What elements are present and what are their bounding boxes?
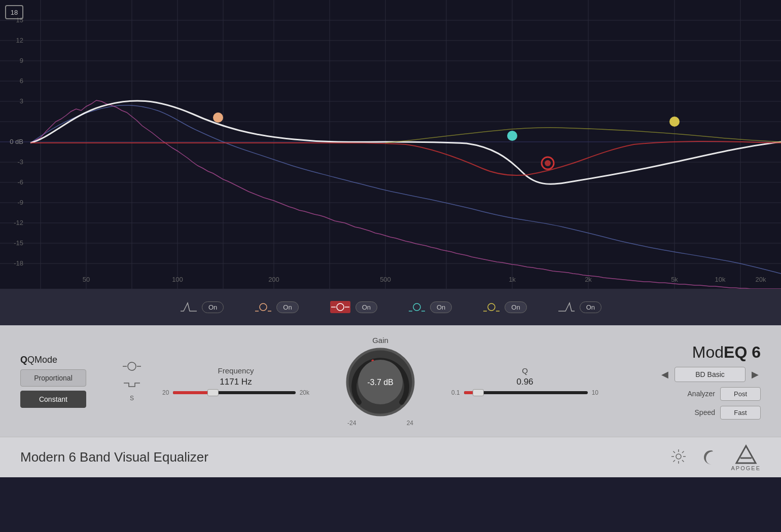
speed-label: Speed [695, 408, 715, 416]
q-value: 0.96 [516, 377, 533, 387]
frequency-slider[interactable] [173, 391, 295, 394]
qmode-section: QQMode Proportional Constant [20, 355, 86, 408]
main-container: 18 [0, 0, 781, 532]
svg-point-48 [545, 160, 551, 166]
gain-knob[interactable]: -3.7 dB [345, 347, 416, 417]
svg-point-49 [260, 303, 267, 311]
svg-text:12: 12 [16, 36, 23, 44]
preset-name: BD Basic [674, 367, 746, 382]
band3-icon [329, 299, 351, 315]
frequency-slider-container: 20 20k [162, 389, 309, 396]
q-slider[interactable] [464, 391, 588, 394]
q-slider-container: 0.1 10 [451, 389, 598, 396]
svg-line-77 [673, 460, 675, 462]
gain-range-labels: -24 24 [347, 420, 413, 427]
bottom-controls: QQMode Proportional Constant S Frequency… [0, 325, 781, 437]
band-shape-section: S [122, 360, 142, 402]
svg-text:20k: 20k [756, 276, 766, 283]
s-label: S [130, 395, 134, 402]
band4-handle[interactable] [507, 131, 517, 141]
footer-title: Modern 6 Band Visual Equalizer [20, 449, 208, 465]
eq-display: 18 [0, 0, 781, 289]
svg-text:10k: 10k [715, 276, 726, 283]
svg-point-69 [676, 454, 681, 459]
preset-row: ◀ BD Basic ▶ [619, 367, 761, 382]
right-section: ModEQ 6 ◀ BD Basic ▶ Analyzer Post Speed… [619, 343, 761, 420]
svg-text:9: 9 [20, 57, 23, 64]
constant-button[interactable]: Constant [20, 391, 86, 408]
band1-on-button[interactable]: On [202, 301, 224, 313]
freq-min-label: 20 [162, 389, 169, 396]
svg-text:-3: -3 [17, 158, 23, 166]
svg-text:5k: 5k [671, 276, 678, 283]
analyzer-row: Analyzer Post [619, 387, 761, 401]
svg-line-76 [682, 451, 684, 453]
svg-point-62 [128, 362, 136, 370]
svg-text:-18: -18 [14, 259, 23, 267]
band1-item: On [180, 301, 224, 313]
freq-max-label: 20k [300, 389, 309, 396]
analyzer-value[interactable]: Post [720, 387, 761, 401]
band2-handle[interactable] [213, 112, 223, 123]
svg-text:500: 500 [380, 276, 391, 283]
gain-label: Gain [372, 336, 388, 345]
svg-text:3: 3 [20, 97, 23, 105]
band4-icon [408, 301, 426, 313]
svg-text:6: 6 [20, 77, 23, 85]
frequency-section: Frequency 1171 Hz 20 20k [162, 366, 309, 396]
apogee-text: APOGEE [731, 465, 761, 471]
gain-max-label: 24 [407, 420, 413, 427]
svg-line-74 [673, 451, 675, 453]
svg-text:-15: -15 [14, 239, 23, 247]
band1-icon [180, 301, 198, 313]
moon-icon[interactable] [702, 448, 716, 467]
svg-text:1k: 1k [509, 276, 516, 283]
svg-marker-78 [736, 446, 756, 463]
band4-on-button[interactable]: On [430, 301, 452, 313]
apogee-logo: APOGEE [731, 444, 761, 471]
band-controls-strip: On On On [0, 289, 781, 325]
qmode-label: QQMode [20, 355, 86, 365]
band6-on-button[interactable]: On [580, 301, 601, 313]
band2-icon [254, 301, 272, 313]
band2-item: On [254, 301, 298, 313]
svg-text:200: 200 [268, 276, 279, 283]
svg-text:-9: -9 [17, 199, 23, 206]
svg-text:2k: 2k [585, 276, 592, 283]
svg-point-56 [413, 303, 420, 311]
band6-icon [557, 301, 576, 313]
band4-item: On [408, 301, 452, 313]
instance-badge: 18 [5, 5, 23, 19]
band5-on-button[interactable]: On [505, 301, 526, 313]
eq-canvas[interactable]: 15 12 9 6 3 0 dB -3 -6 -9 -12 -15 -18 50… [0, 0, 781, 289]
svg-point-59 [488, 303, 495, 311]
q-max-label: 10 [592, 389, 598, 396]
band6-item: On [557, 301, 601, 313]
band5-item: On [482, 301, 526, 313]
preset-prev-button[interactable]: ◀ [659, 367, 670, 382]
analyzer-label: Analyzer [688, 390, 715, 398]
proportional-button[interactable]: Proportional [20, 369, 86, 387]
plugin-title: ModEQ 6 [619, 343, 761, 362]
footer-icons: APOGEE [670, 444, 761, 471]
band2-on-button[interactable]: On [276, 301, 298, 313]
svg-text:-6: -6 [17, 178, 23, 186]
q-min-label: 0.1 [451, 389, 460, 396]
band5-handle[interactable] [669, 117, 680, 127]
frequency-label: Frequency [218, 366, 254, 375]
band5-icon [482, 301, 501, 313]
svg-text:-12: -12 [14, 219, 23, 226]
frequency-value: 1171 Hz [220, 377, 252, 387]
speed-row: Speed Fast [619, 406, 761, 420]
gain-min-label: -24 [347, 420, 356, 427]
speed-value[interactable]: Fast [720, 406, 761, 420]
band3-item: On [329, 299, 377, 315]
brightness-icon[interactable] [670, 448, 687, 467]
band3-on-button[interactable]: On [356, 301, 377, 313]
svg-line-75 [682, 460, 684, 462]
preset-next-button[interactable]: ▶ [750, 367, 761, 382]
footer-bar: Modern 6 Band Visual Equalizer [0, 437, 781, 477]
svg-text:-3.7 dB: -3.7 dB [367, 378, 394, 387]
svg-rect-0 [0, 0, 781, 289]
svg-text:100: 100 [172, 276, 183, 283]
